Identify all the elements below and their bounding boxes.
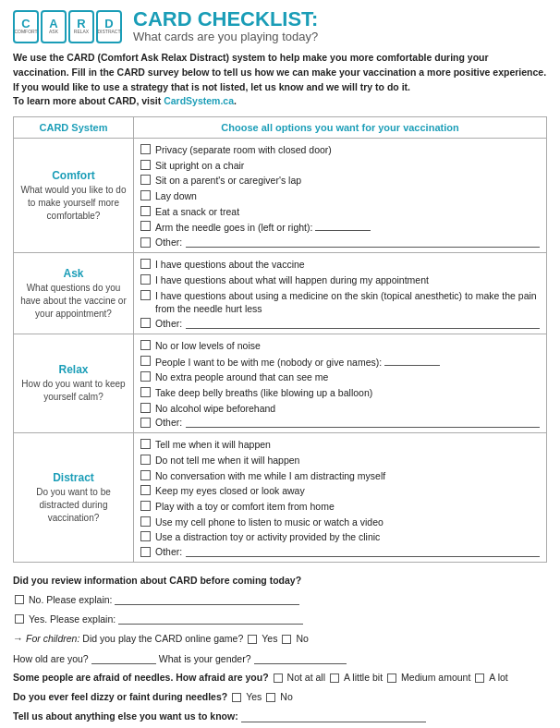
q5-label: Do you ever feel dizzy or faint during n… (13, 688, 227, 706)
ask-desc: What questions do you have about the vac… (20, 283, 127, 319)
checkbox[interactable] (140, 531, 151, 541)
checkbox[interactable] (140, 470, 151, 480)
q3-row: How old are you? What is your gender? (13, 650, 547, 668)
q5-row: Do you ever feel dizzy or faint during n… (13, 688, 547, 706)
checkbox[interactable] (140, 221, 151, 231)
q2-yes-label: Yes (262, 630, 277, 648)
checkbox[interactable] (140, 455, 151, 465)
table-row-relax: Relax How do you want to keep yourself c… (14, 334, 547, 432)
q1-no-label: No. Please explain: (29, 591, 112, 609)
arrow-icon: → (13, 630, 23, 649)
checkbox[interactable] (140, 340, 151, 350)
checkbox[interactable] (140, 318, 151, 328)
card-link[interactable]: CardSystem.ca (164, 95, 234, 106)
checkbox[interactable] (140, 501, 151, 511)
age-field[interactable] (91, 653, 156, 664)
list-item: Tell me when it will happen (140, 438, 540, 452)
list-item: No conversation with me while I am distr… (140, 469, 540, 483)
people-field[interactable] (384, 355, 440, 366)
col2-header: Choose all options you want for your vac… (134, 117, 547, 139)
checkbox-yes[interactable] (15, 614, 24, 624)
list-item: Do not tell me when it will happen (140, 454, 540, 467)
list-item: Sit upright on a chair (140, 159, 540, 173)
ask-label: Ask What questions do you have about the… (14, 253, 134, 334)
distract-desc: Do you want to be distracted during vacc… (36, 487, 111, 523)
relax-label: Relax How do you want to keep yourself c… (14, 334, 134, 432)
checkbox[interactable] (140, 547, 151, 557)
intro-text: We use the CARD (Comfort Ask Relax Distr… (13, 51, 547, 109)
other-field[interactable] (186, 318, 540, 329)
page-title: CARD CHECKLIST: (133, 9, 318, 30)
checkbox[interactable] (140, 371, 151, 382)
checkbox[interactable] (140, 516, 151, 527)
q2-row: → For children: Did you play the CARD on… (13, 630, 547, 649)
checkbox-a-lot[interactable] (475, 673, 484, 683)
checkbox[interactable] (140, 403, 151, 413)
distract-title: Distract (20, 471, 127, 484)
table-row-distract: Distract Do you want to be distracted du… (14, 433, 547, 563)
checkbox-no[interactable] (15, 595, 24, 604)
other-field[interactable] (186, 546, 540, 557)
checkbox[interactable] (140, 439, 151, 449)
q1-yes-field[interactable] (118, 613, 303, 625)
checkbox[interactable] (140, 418, 151, 428)
checkbox[interactable] (140, 356, 151, 366)
checkbox-little-bit[interactable] (330, 673, 339, 683)
checkbox-dizzy-no[interactable] (266, 693, 275, 702)
q3-age-label: How old are you? (13, 650, 89, 668)
card-r: R RELAX (68, 10, 94, 43)
comfort-options: Privacy (separate room with closed door)… (134, 139, 547, 253)
arm-field[interactable] (315, 220, 371, 231)
col1-header: CARD System (14, 117, 134, 139)
q1-yes-label: Yes. Please explain: (29, 611, 116, 628)
checkbox[interactable] (140, 290, 151, 300)
list-item: Sit on a parent's or caregiver's lap (140, 174, 540, 188)
q2-no-label: No (296, 630, 308, 648)
checkbox[interactable] (140, 387, 151, 397)
list-item: Lay down (140, 189, 540, 203)
q1-yes-row: Yes. Please explain: (13, 611, 547, 628)
checkbox[interactable] (140, 274, 151, 285)
header-text: CARD CHECKLIST: What cards are you playi… (133, 9, 318, 43)
q5-no-label: No (280, 688, 292, 706)
q1-label: Did you review information about CARD be… (13, 572, 301, 589)
checkbox-not-at-all[interactable] (274, 673, 283, 683)
checkbox-dizzy-yes[interactable] (232, 693, 241, 702)
question-card-review: Did you review information about CARD be… (13, 572, 547, 589)
checkbox[interactable] (140, 206, 151, 216)
comfort-desc: What would you like to do to make yourse… (21, 185, 127, 221)
list-item: I have questions about using a medicine … (140, 289, 540, 316)
checkbox-yes-game[interactable] (248, 635, 257, 644)
checkbox[interactable] (140, 144, 151, 154)
q6-field[interactable] (241, 711, 426, 722)
list-item: No or low levels of noise (140, 339, 540, 353)
q1-no-field[interactable] (115, 594, 299, 605)
q3-gender-label: What is your gender? (159, 650, 251, 668)
other-field[interactable] (186, 237, 540, 248)
relax-desc: How do you want to keep yourself calm? (21, 379, 125, 402)
card-d: D DISTRACT (96, 10, 122, 43)
list-item: I have questions about what will happen … (140, 273, 540, 287)
q6-row: Tell us about anything else you want us … (13, 708, 547, 725)
checkbox[interactable] (140, 259, 151, 269)
checkbox[interactable] (140, 485, 151, 495)
relax-options: No or low levels of noise People I want … (134, 334, 547, 432)
gender-field[interactable] (254, 653, 347, 664)
q4-row: Some people are afraid of needles. How a… (13, 669, 547, 686)
ask-options: I have questions about the vaccine I hav… (134, 253, 547, 334)
q2-text: Did you play the CARD online game? (82, 630, 243, 648)
ask-title: Ask (20, 267, 127, 280)
table-row-comfort: Comfort What would you like to do to mak… (14, 139, 547, 253)
q6-label: Tell us about anything else you want us … (13, 708, 238, 725)
checkbox[interactable] (140, 237, 151, 248)
list-item: No alcohol wipe beforehand (140, 402, 540, 416)
q4-label: Some people are afraid of needles. How a… (13, 669, 269, 686)
card-c: C COMFORT (13, 10, 39, 43)
checkbox[interactable] (140, 190, 151, 200)
checkbox[interactable] (140, 175, 151, 185)
checkbox[interactable] (140, 160, 151, 170)
other-line: Other: (140, 417, 540, 428)
checkbox-no-game[interactable] (282, 635, 291, 644)
other-field[interactable] (186, 417, 540, 428)
checkbox-medium[interactable] (387, 673, 396, 683)
